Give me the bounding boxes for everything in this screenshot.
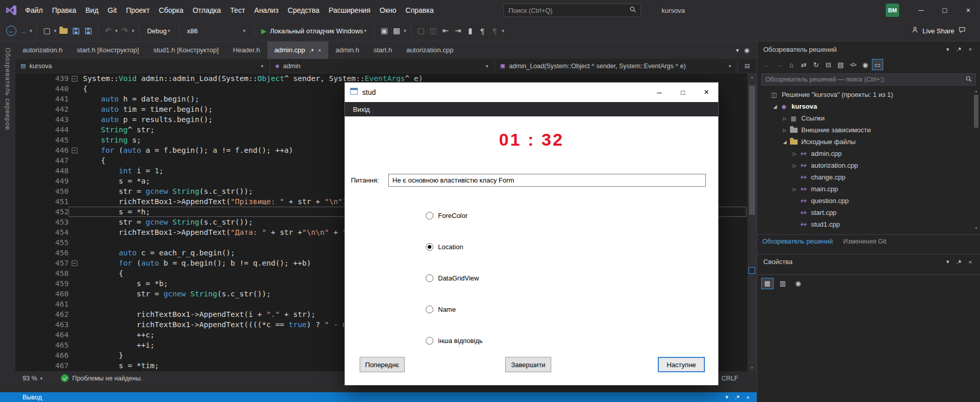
tree-item[interactable]: ◫Решение "kursova" (проекты: 1 из 1) xyxy=(757,89,980,100)
tree-scrollbar[interactable]: ▴ ▾ xyxy=(973,89,979,230)
account-badge[interactable]: BM xyxy=(886,4,899,17)
radio-option[interactable]: ForeColor xyxy=(426,210,483,220)
fold-collapse-icon[interactable]: − xyxy=(72,148,77,153)
open-file-icon[interactable] xyxy=(57,28,70,34)
show-all-files-icon[interactable]: ▤ xyxy=(835,59,846,70)
close-button[interactable]: × xyxy=(956,0,980,21)
comment-icon[interactable]: ¶ xyxy=(476,27,489,35)
menu-item[interactable]: Сборка xyxy=(154,0,188,21)
close-panel-icon[interactable]: × xyxy=(965,259,976,265)
radio-circle[interactable] xyxy=(426,212,433,219)
debug-target-dropdown-icon[interactable]: ▾ xyxy=(404,28,406,33)
new-file-dropdown-icon[interactable]: ▾ xyxy=(54,28,57,33)
line-number[interactable]: 451 xyxy=(15,196,69,207)
properties-categorized-icon[interactable]: ▦ xyxy=(761,278,774,289)
document-tab[interactable]: Header.h xyxy=(226,42,267,59)
line-number[interactable]: 456 xyxy=(15,248,69,258)
attach-to-process-icon[interactable]: ▣ xyxy=(378,26,390,35)
fold-collapse-icon[interactable]: − xyxy=(72,76,77,82)
line-number[interactable]: 450 xyxy=(15,186,69,196)
line-number[interactable]: 452 xyxy=(15,207,69,217)
tree-item[interactable]: ++change.cpp xyxy=(757,171,980,183)
project-dropdown[interactable]: ▤ kursova ▾ xyxy=(15,59,270,73)
maximize-button[interactable]: □ xyxy=(933,0,956,21)
undo-icon[interactable]: ↶ xyxy=(102,26,114,35)
menu-item[interactable]: Расширения xyxy=(324,0,375,21)
undo-dropdown-icon[interactable]: ▾ xyxy=(115,28,118,33)
radio-circle[interactable] xyxy=(426,337,433,345)
active-files-dropdown-icon[interactable]: ▾ xyxy=(736,47,739,54)
radio-circle[interactable] xyxy=(426,243,433,251)
close-panel-icon[interactable]: × xyxy=(746,394,749,400)
menu-item[interactable]: Правка xyxy=(47,0,80,21)
exit-menu-item[interactable]: Вихід xyxy=(350,106,373,113)
tree-scroll-up-icon[interactable]: ▴ xyxy=(973,89,979,93)
se-forward-icon[interactable]: → xyxy=(774,59,785,70)
stud-titlebar[interactable]: stud ─ □ × xyxy=(345,83,718,102)
line-number[interactable]: 449 xyxy=(15,176,69,186)
line-number[interactable]: 447 xyxy=(15,155,69,166)
stud-minimize-button[interactable]: ─ xyxy=(648,83,671,102)
navigate-forward-icon[interactable]: → xyxy=(16,27,29,35)
radio-circle[interactable] xyxy=(426,306,433,313)
se-back-icon[interactable]: ← xyxy=(761,59,773,70)
tree-item[interactable]: ++stud1.cpp xyxy=(757,218,980,230)
indent-icon[interactable]: ⇥ xyxy=(452,26,464,35)
panel-tab[interactable]: Обозреватель решений xyxy=(757,235,838,248)
sync-with-active-document-icon[interactable]: ⇄ xyxy=(798,59,809,70)
line-number[interactable]: 439 xyxy=(15,73,69,84)
menu-item[interactable]: Анализ xyxy=(249,0,283,21)
live-share-label[interactable]: Live Share xyxy=(923,27,954,35)
pin-icon[interactable] xyxy=(953,259,965,265)
close-panel-icon[interactable]: × xyxy=(965,46,976,52)
platform-combobox[interactable]: x86 ▾ xyxy=(183,24,251,37)
line-number[interactable]: 441 xyxy=(15,94,69,104)
scroll-up-icon[interactable]: ▴ xyxy=(747,73,757,81)
line-number[interactable]: 453 xyxy=(15,217,69,227)
line-number[interactable]: 442 xyxy=(15,104,69,114)
document-tab[interactable]: start.h [Конструктор] xyxy=(70,42,146,59)
redo-icon[interactable]: ↷ xyxy=(119,26,131,35)
bookmark-icon[interactable]: ▮ xyxy=(464,26,476,35)
line-number[interactable]: 454 xyxy=(15,227,69,237)
zoom-selector[interactable]: 93 % ▾ xyxy=(15,375,44,382)
collapse-all-icon[interactable]: ⊟ xyxy=(823,59,834,70)
line-number[interactable]: 440 xyxy=(15,84,69,94)
document-tab[interactable]: autorization.cpp xyxy=(399,42,461,59)
document-tab[interactable]: start.h xyxy=(366,42,399,59)
tree-item[interactable]: ◢◈kursova xyxy=(757,100,980,112)
solution-explorer-header[interactable]: Обозреватель решений ▾ × xyxy=(757,42,980,57)
stud-maximize-button[interactable]: □ xyxy=(671,83,695,102)
line-number[interactable]: 445 xyxy=(15,135,69,145)
stud-close-button[interactable]: × xyxy=(695,83,718,102)
new-file-icon[interactable]: ▢ xyxy=(41,26,53,35)
question-textbox[interactable] xyxy=(388,174,706,187)
redo-dropdown-icon[interactable]: ▾ xyxy=(132,28,135,33)
preview-selected-items-icon[interactable]: ▭ xyxy=(872,59,883,70)
view-code-icon[interactable]: </> xyxy=(847,59,859,70)
navigate-back-icon[interactable]: ← xyxy=(6,26,16,36)
expander-icon[interactable]: ◢ xyxy=(781,139,789,145)
menu-item[interactable]: Проект xyxy=(121,0,154,21)
fold-collapse-icon[interactable]: − xyxy=(72,260,77,266)
tree-item[interactable]: ++start.cpp xyxy=(757,207,980,218)
line-number[interactable]: 467 xyxy=(15,360,69,371)
radio-circle[interactable] xyxy=(426,274,433,282)
nav-dropdown-icon[interactable]: ▾ xyxy=(30,28,32,33)
pin-icon[interactable] xyxy=(309,48,315,53)
document-tab[interactable]: admin.cpp× xyxy=(267,42,328,59)
home-icon[interactable]: ⌂ xyxy=(786,59,797,70)
properties-events-icon[interactable]: ▥ xyxy=(777,278,789,289)
tree-item[interactable]: ◢Исходные файлы xyxy=(757,136,980,148)
editor-scrollbar[interactable]: ▴ ▾ xyxy=(747,73,757,371)
line-ending-indicator[interactable]: CRLF xyxy=(721,375,738,382)
tree-scrollbar-thumb[interactable] xyxy=(974,95,978,128)
health-indicator[interactable]: Проблемы не найдены. xyxy=(61,374,142,382)
radio-option[interactable]: DataGridView xyxy=(426,273,483,283)
outdent-icon[interactable]: ⇤ xyxy=(440,26,452,35)
expander-icon[interactable]: ▷ xyxy=(790,163,799,168)
save-icon[interactable] xyxy=(70,27,82,35)
menu-item[interactable]: Окно xyxy=(375,0,401,21)
menu-item[interactable]: Вид xyxy=(81,0,103,21)
line-number[interactable]: 458 xyxy=(15,268,69,278)
